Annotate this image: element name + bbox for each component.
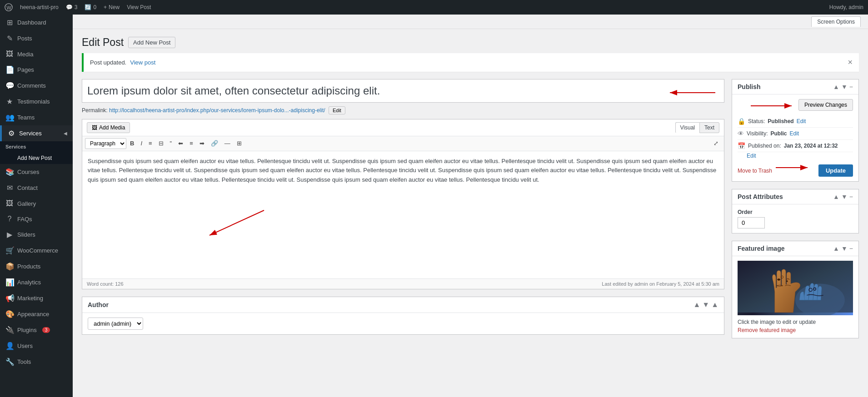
comments-item[interactable]: 💬 3 xyxy=(66,4,78,10)
comment-icon: 💬 xyxy=(66,4,73,10)
publish-box-up[interactable]: ▲ xyxy=(833,83,839,90)
plugins-badge: 3 xyxy=(42,327,50,333)
published-edit-link[interactable]: Edit xyxy=(747,153,756,159)
align-left-button[interactable]: ⬅ xyxy=(175,139,186,148)
sidebar-item-teams[interactable]: 👥 Teams xyxy=(0,109,73,125)
submenu-item-add-new[interactable]: Add New Post xyxy=(0,152,73,164)
add-media-button[interactable]: 🖼 Add Media xyxy=(87,122,130,133)
bold-button[interactable]: B xyxy=(127,139,137,148)
sidebar-item-courses[interactable]: 📚 Courses xyxy=(0,164,73,180)
svg-text:W: W xyxy=(7,5,12,10)
sidebar-item-faqs[interactable]: ? FAQs xyxy=(0,211,73,227)
view-post-item[interactable]: View Post xyxy=(127,4,151,10)
author-select[interactable]: admin (admin) xyxy=(88,318,143,330)
unordered-list-button[interactable]: ≡ xyxy=(146,139,155,148)
permalink-edit-button[interactable]: Edit xyxy=(329,106,345,114)
link-button[interactable]: 🔗 xyxy=(208,139,221,148)
author-box-down[interactable]: ▼ xyxy=(702,301,709,309)
paragraph-select[interactable]: Paragraph xyxy=(85,138,126,149)
attributes-up[interactable]: ▲ xyxy=(833,193,839,200)
sidebar-item-appearance[interactable]: 🎨 Appearance xyxy=(0,306,73,322)
sidebar-item-gallery[interactable]: 🖼 Gallery xyxy=(0,196,73,211)
featured-image-title: Featured image xyxy=(738,245,784,252)
sidebar-item-analytics[interactable]: 📊 Analytics xyxy=(0,274,73,290)
sidebar-item-contact[interactable]: ✉ Contact xyxy=(0,180,73,196)
featured-image-header[interactable]: Featured image ▲ ▼ − xyxy=(732,241,858,256)
featured-image-thumbnail[interactable] xyxy=(738,261,853,315)
featured-toggle[interactable]: − xyxy=(849,245,853,252)
expand-toolbar-button[interactable]: ⤢ xyxy=(711,139,721,148)
ordered-list-button[interactable]: ⊟ xyxy=(156,139,166,148)
users-icon: 👤 xyxy=(5,342,14,350)
blockquote-button[interactable]: " xyxy=(167,139,175,148)
table-button[interactable]: ⊞ xyxy=(234,139,244,148)
sidebar-item-woocommerce[interactable]: 🛒 WooCommerce xyxy=(0,243,73,258)
faqs-icon: ? xyxy=(5,215,14,223)
publish-box-down[interactable]: ▼ xyxy=(841,83,848,90)
more-button[interactable]: — xyxy=(222,139,233,148)
sidebar-item-dashboard[interactable]: ⊞ Dashboard xyxy=(0,15,73,30)
featured-down[interactable]: ▼ xyxy=(841,245,848,252)
sidebar-item-services[interactable]: ⚙ Services ◀ xyxy=(0,125,73,141)
update-button[interactable]: Update xyxy=(818,164,853,177)
status-icon: 🔒 xyxy=(738,118,745,125)
view-post-link[interactable]: View post xyxy=(130,59,155,66)
admin-bar: W heena-artist-pro 💬 3 🔄 0 + New View Po… xyxy=(0,0,868,15)
author-box-controls: ▲ ▼ ▲ xyxy=(693,301,718,309)
sidebar-item-sliders[interactable]: ▶ Sliders xyxy=(0,227,73,243)
henna-svg xyxy=(738,261,853,315)
word-count-area: Word count: 126 xyxy=(87,281,124,287)
publish-box-title: Publish xyxy=(738,83,761,90)
sidebar-item-plugins[interactable]: 🔌 Plugins 3 xyxy=(0,322,73,338)
new-item[interactable]: + New xyxy=(104,4,120,10)
dashboard-icon: ⊞ xyxy=(5,18,14,27)
sidebar-item-users[interactable]: 👤 Users xyxy=(0,338,73,354)
publish-box-content: Preview Changes 🔒 Status: xyxy=(732,94,858,181)
title-arrow xyxy=(665,86,720,99)
publish-box-toggle[interactable]: − xyxy=(849,83,853,90)
sidebar-item-marketing[interactable]: 📢 Marketing xyxy=(0,290,73,306)
wp-logo-item[interactable]: W xyxy=(5,3,13,11)
status-edit-link[interactable]: Edit xyxy=(797,118,806,124)
sidebar-item-comments[interactable]: 💬 Comments xyxy=(0,78,73,94)
featured-up[interactable]: ▲ xyxy=(833,245,839,252)
align-right-button[interactable]: ➡ xyxy=(197,139,207,148)
italic-button[interactable]: I xyxy=(138,139,145,148)
post-title-input[interactable] xyxy=(82,79,724,103)
post-attributes-header[interactable]: Post Attributes ▲ ▼ − xyxy=(732,189,858,204)
author-box-header[interactable]: Author ▲ ▼ ▲ xyxy=(82,297,724,313)
teams-icon: 👥 xyxy=(5,113,14,122)
move-to-trash-link[interactable]: Move to Trash xyxy=(738,168,772,174)
align-center-button[interactable]: ≡ xyxy=(187,139,196,148)
published-row: 📅 Published on: Jan 23, 2024 at 12:32 xyxy=(738,140,853,152)
attributes-down[interactable]: ▼ xyxy=(841,193,848,200)
edit-area: Permalink: http://localhost/heena-artist… xyxy=(82,79,859,346)
sidebar-item-products[interactable]: 📦 Products xyxy=(0,258,73,274)
sidebar-item-pages[interactable]: 📄 Pages xyxy=(0,62,73,78)
preview-changes-button[interactable]: Preview Changes xyxy=(798,99,853,111)
order-input[interactable] xyxy=(738,217,765,228)
sidebar-item-posts[interactable]: ✎ Posts xyxy=(0,30,73,46)
remove-featured-image-link[interactable]: Remove featured image xyxy=(738,327,853,333)
add-new-post-button[interactable]: Add New Post xyxy=(128,37,175,48)
author-box-up[interactable]: ▲ xyxy=(693,301,700,309)
products-icon: 📦 xyxy=(5,262,14,271)
admin-menu: ⊞ Dashboard ✎ Posts 🖼 Media 📄 Pages 💬 Co… xyxy=(0,15,73,397)
editor-toolbar: Paragraph B I ≡ ⊟ " ⬅ ≡ ➡ 🔗 — xyxy=(82,136,724,151)
sidebar-item-media[interactable]: 🖼 Media xyxy=(0,46,73,62)
author-box-toggle[interactable]: ▲ xyxy=(711,301,718,309)
permalink-url[interactable]: http://localhost/heena-artist-pro/index.… xyxy=(109,107,325,114)
editor-content[interactable]: Suspendisse quis ipsum sed quam eleifen … xyxy=(82,151,724,278)
visibility-edit-link[interactable]: Edit xyxy=(789,130,799,137)
visual-tab[interactable]: Visual xyxy=(675,122,699,133)
site-name-item[interactable]: heena-artist-pro xyxy=(20,4,59,10)
screen-options-button[interactable]: Screen Options xyxy=(811,16,861,27)
post-attributes-title: Post Attributes xyxy=(738,193,783,200)
sidebar-item-tools[interactable]: 🔧 Tools xyxy=(0,354,73,370)
tools-icon: 🔧 xyxy=(5,357,14,366)
updates-item[interactable]: 🔄 0 xyxy=(85,4,96,10)
sidebar-item-testimonials[interactable]: ★ Testimonials xyxy=(0,94,73,109)
text-tab[interactable]: Text xyxy=(699,122,719,133)
attributes-toggle[interactable]: − xyxy=(849,193,853,200)
notice-close-button[interactable]: × xyxy=(848,58,853,67)
